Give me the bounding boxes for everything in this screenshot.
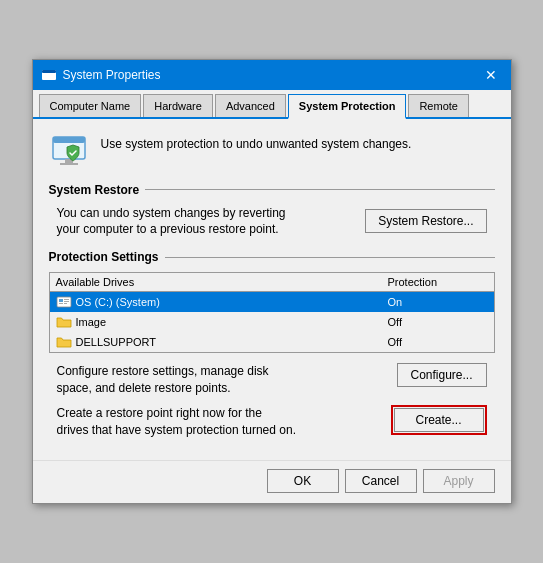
svg-rect-5: [60, 163, 78, 165]
create-button[interactable]: Create...: [394, 408, 484, 432]
drive-name: OS (C:) (System): [76, 296, 160, 308]
window-icon: [41, 67, 57, 83]
table-header: Available Drives Protection: [50, 273, 494, 292]
description-row: Use system protection to undo unwanted s…: [49, 131, 495, 171]
titlebar: System Properties ✕: [33, 60, 511, 90]
titlebar-title: System Properties: [41, 67, 161, 83]
system-restore-section: System Restore You can undo system chang…: [49, 183, 495, 239]
col-drives: Available Drives: [56, 276, 388, 288]
create-btn-wrapper: Create...: [391, 405, 487, 435]
table-row[interactable]: DELLSUPPORT Off: [50, 332, 494, 352]
drive-cell: DELLSUPPORT: [56, 335, 388, 349]
tab-computer-name[interactable]: Computer Name: [39, 94, 142, 117]
create-text: Create a restore point right now for the…: [57, 405, 297, 439]
folder-icon: [56, 315, 72, 329]
restore-text: You can undo system changes by reverting…: [57, 205, 297, 239]
configure-row: Configure restore settings, manage disk …: [49, 363, 495, 397]
protection-settings-header: Protection Settings: [49, 250, 495, 264]
protection-settings-title: Protection Settings: [49, 250, 159, 264]
tab-advanced[interactable]: Advanced: [215, 94, 286, 117]
restore-row: You can undo system changes by reverting…: [49, 205, 495, 239]
tab-content: Use system protection to undo unwanted s…: [33, 119, 511, 461]
svg-rect-11: [64, 303, 67, 304]
description-text: Use system protection to undo unwanted s…: [101, 131, 412, 151]
apply-button: Apply: [423, 469, 495, 493]
section-divider: [145, 189, 494, 190]
svg-rect-9: [64, 299, 69, 300]
tab-system-protection[interactable]: System Protection: [288, 94, 407, 119]
ok-button[interactable]: OK: [267, 469, 339, 493]
drive-name: DELLSUPPORT: [76, 336, 157, 348]
system-properties-window: System Properties ✕ Computer Name Hardwa…: [32, 59, 512, 505]
footer: OK Cancel Apply: [33, 460, 511, 503]
drive-protection: Off: [388, 316, 488, 328]
svg-rect-1: [42, 70, 56, 73]
system-restore-button[interactable]: System Restore...: [365, 209, 486, 233]
svg-rect-8: [59, 303, 63, 304]
system-restore-title: System Restore: [49, 183, 140, 197]
protection-settings-section: Protection Settings Available Drives Pro…: [49, 250, 495, 438]
tab-remote[interactable]: Remote: [408, 94, 469, 117]
col-protection: Protection: [388, 276, 488, 288]
svg-rect-10: [64, 301, 69, 302]
drive-cell: OS (C:) (System): [56, 295, 388, 309]
section-divider-2: [165, 257, 495, 258]
drive-protection: On: [388, 296, 488, 308]
svg-rect-3: [53, 137, 85, 143]
configure-button[interactable]: Configure...: [397, 363, 487, 387]
protection-table: Available Drives Protection: [49, 272, 495, 353]
drive-protection: Off: [388, 336, 488, 348]
tab-bar: Computer Name Hardware Advanced System P…: [33, 90, 511, 119]
tab-hardware[interactable]: Hardware: [143, 94, 213, 117]
configure-text: Configure restore settings, manage disk …: [57, 363, 297, 397]
system-restore-header: System Restore: [49, 183, 495, 197]
create-row: Create a restore point right now for the…: [49, 405, 495, 439]
drive-cell: Image: [56, 315, 388, 329]
drive-name: Image: [76, 316, 107, 328]
window-title: System Properties: [63, 68, 161, 82]
os-drive-icon: [56, 295, 72, 309]
svg-rect-7: [59, 299, 63, 302]
cancel-button[interactable]: Cancel: [345, 469, 417, 493]
folder-icon: [56, 335, 72, 349]
shield-icon: [49, 131, 89, 171]
table-row[interactable]: OS (C:) (System) On: [50, 292, 494, 312]
table-row[interactable]: Image Off: [50, 312, 494, 332]
close-button[interactable]: ✕: [479, 66, 503, 84]
